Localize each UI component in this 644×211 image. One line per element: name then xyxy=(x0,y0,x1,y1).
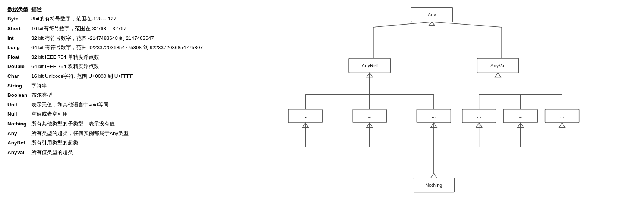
table-row: Nothing所有其他类型的子类型，表示没有值 xyxy=(7,119,206,129)
right-panel: Any AnyRef AnyVal ... ... ... xyxy=(231,0,644,211)
cell-desc: 表示无值，和其他语言中void等同 xyxy=(31,100,206,110)
table-row: Byte8bit的有符号数字，范围在-128 -- 127 xyxy=(7,14,206,24)
table-row: Int32 bit 有符号数字，范围 -2147483648 到 2147483… xyxy=(7,33,206,43)
cell-type: Short xyxy=(7,24,31,33)
type-table: 数据类型 描述 Byte8bit的有符号数字，范围在-128 -- 127Sho… xyxy=(7,4,206,157)
cell-type: Byte xyxy=(7,14,31,24)
table-row: Short16 bit有符号数字，范围在-32768 -- 32767 xyxy=(7,24,206,33)
cell-type: Char xyxy=(7,71,31,81)
table-row: Float32 bit IEEE 754 单精度浮点数 xyxy=(7,52,206,62)
type-hierarchy-diagram: Any AnyRef AnyVal ... ... ... xyxy=(231,0,644,211)
node-dots6-label: ... xyxy=(560,113,564,119)
node-anyval-label: AnyVal xyxy=(490,63,506,68)
cell-desc: 64 bit 有符号数字，范围-9223372036854775808 到 92… xyxy=(31,43,206,52)
left-panel: 数据类型 描述 Byte8bit的有符号数字，范围在-128 -- 127Sho… xyxy=(0,0,231,211)
node-anyref-label: AnyRef xyxy=(362,63,378,68)
cell-type: Unit xyxy=(7,100,31,110)
cell-desc: 字符串 xyxy=(31,81,206,91)
cell-desc: 32 bit IEEE 754 单精度浮点数 xyxy=(31,52,206,62)
line-anyval-any-h xyxy=(432,22,502,27)
table-row: Boolean布尔类型 xyxy=(7,90,206,100)
cell-type: Long xyxy=(7,43,31,52)
table-row: Double64 bit IEEE 754 双精度浮点数 xyxy=(7,62,206,71)
table-row: String字符串 xyxy=(7,81,206,91)
cell-desc: 所有其他类型的子类型，表示没有值 xyxy=(31,119,206,129)
col-header-desc: 描述 xyxy=(31,4,206,14)
table-row: Char16 bit Unicode字符. 范围 U+0000 到 U+FFFF xyxy=(7,71,206,81)
cell-desc: 所有类型的超类，任何实例都属于Any类型 xyxy=(31,129,206,138)
cell-type: Null xyxy=(7,109,31,119)
table-row: Unit表示无值，和其他语言中void等同 xyxy=(7,100,206,110)
cell-type: Boolean xyxy=(7,90,31,100)
cell-type: Float xyxy=(7,52,31,62)
cell-type: Nothing xyxy=(7,119,31,129)
cell-type: AnyRef xyxy=(7,138,31,148)
cell-desc: 所有引用类型的超类 xyxy=(31,138,206,148)
table-row: Long64 bit 有符号数字，范围-9223372036854775808 … xyxy=(7,43,206,52)
cell-desc: 8bit的有符号数字，范围在-128 -- 127 xyxy=(31,14,206,24)
node-dots2-label: ... xyxy=(367,113,372,119)
node-dots4-label: ... xyxy=(477,113,481,119)
line-anyref-any-h xyxy=(373,22,432,27)
cell-type: Int xyxy=(7,33,31,43)
cell-type: Double xyxy=(7,62,31,71)
cell-type: AnyVal xyxy=(7,148,31,157)
cell-desc: 布尔类型 xyxy=(31,90,206,100)
arrow-anyref-any xyxy=(429,22,435,26)
node-nothing-label: Nothing xyxy=(425,182,442,188)
cell-type: Any xyxy=(7,129,31,138)
node-dots1-label: ... xyxy=(303,113,307,119)
table-row: Null空值或者空引用 xyxy=(7,109,206,119)
node-any-label: Any xyxy=(427,12,436,17)
cell-desc: 16 bit Unicode字符. 范围 U+0000 到 U+FFFF xyxy=(31,71,206,81)
table-row: AnyRef所有引用类型的超类 xyxy=(7,138,206,148)
arrow-nothing xyxy=(431,173,437,178)
table-row: AnyVal所有值类型的超类 xyxy=(7,148,206,157)
cell-desc: 32 bit 有符号数字，范围 -2147483648 到 2147483647 xyxy=(31,33,206,43)
node-dots5-label: ... xyxy=(518,113,523,119)
cell-desc: 64 bit IEEE 754 双精度浮点数 xyxy=(31,62,206,71)
table-header-row: 数据类型 描述 xyxy=(7,4,206,14)
cell-desc: 16 bit有符号数字，范围在-32768 -- 32767 xyxy=(31,24,206,33)
node-dots3-label: ... xyxy=(432,113,436,119)
cell-type: String xyxy=(7,81,31,91)
cell-desc: 空值或者空引用 xyxy=(31,109,206,119)
cell-desc: 所有值类型的超类 xyxy=(31,148,206,157)
table-row: Any所有类型的超类，任何实例都属于Any类型 xyxy=(7,129,206,138)
col-header-type: 数据类型 xyxy=(7,4,31,14)
